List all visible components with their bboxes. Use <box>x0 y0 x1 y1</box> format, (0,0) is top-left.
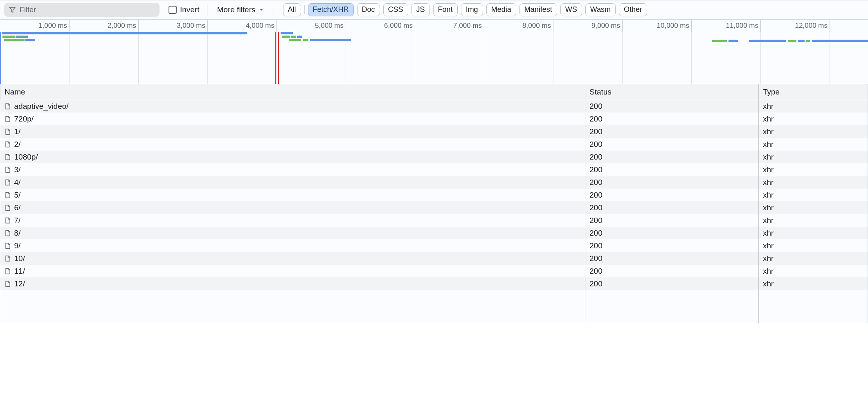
filter-pill-other[interactable]: Other <box>619 3 647 16</box>
timeline-tick-label: 11,000 ms <box>726 22 758 30</box>
request-row[interactable]: 2/200xhr <box>0 138 868 151</box>
request-name: 5/ <box>14 191 21 200</box>
request-status-cell: 200 <box>585 138 759 151</box>
invert-checkbox-wrap[interactable]: Invert <box>169 5 200 14</box>
column-header-status[interactable]: Status <box>585 84 759 100</box>
filter-icon <box>9 7 16 13</box>
request-name: 8/ <box>14 229 21 238</box>
request-type-cell: xhr <box>759 138 868 151</box>
request-name-cell[interactable]: 11/ <box>0 265 585 277</box>
request-row[interactable]: 4/200xhr <box>0 176 868 189</box>
request-row[interactable]: 10/200xhr <box>0 252 868 265</box>
timeline-bar <box>798 40 805 42</box>
request-type-cell: xhr <box>759 100 868 112</box>
filter-pill-wasm[interactable]: Wasm <box>585 3 616 16</box>
timeline-tick: 6,000 ms <box>415 20 415 32</box>
request-name-cell[interactable]: 6/ <box>0 201 585 214</box>
request-row[interactable]: 12/200xhr <box>0 277 868 290</box>
timeline-bar <box>282 36 290 38</box>
request-row[interactable]: 5/200xhr <box>0 189 868 201</box>
request-type-cell: xhr <box>759 176 868 189</box>
filter-pill-manifest[interactable]: Manifest <box>519 3 557 16</box>
request-name-cell[interactable]: 8/ <box>0 227 585 239</box>
request-name-cell[interactable]: 2/ <box>0 138 585 151</box>
request-status-cell: 200 <box>585 176 759 189</box>
timeline-bar <box>729 40 738 42</box>
filter-pill-media[interactable]: Media <box>486 3 516 16</box>
request-name-cell[interactable]: 1/ <box>0 125 585 138</box>
request-row[interactable]: adaptive_video/200xhr <box>0 100 868 112</box>
separator <box>207 4 207 16</box>
filter-pill-ws[interactable]: WS <box>560 3 582 16</box>
selection-start-handle[interactable] <box>0 32 1 84</box>
file-icon <box>4 230 11 236</box>
request-row[interactable]: 720p/200xhr <box>0 112 868 125</box>
timeline-gridline <box>69 32 70 84</box>
timeline-tick-label: 1,000 ms <box>38 22 67 30</box>
request-name-cell[interactable]: adaptive_video/ <box>0 100 585 112</box>
request-name-cell[interactable]: 3/ <box>0 163 585 176</box>
request-name-cell[interactable]: 12/ <box>0 277 585 290</box>
request-name-cell[interactable]: 7/ <box>0 214 585 227</box>
filter-pill-fetchxhr[interactable]: Fetch/XHR <box>308 3 354 16</box>
empty-row <box>0 290 868 323</box>
filter-box[interactable] <box>4 3 160 17</box>
filter-pill-doc[interactable]: Doc <box>357 3 380 16</box>
more-filters-dropdown[interactable]: More filters <box>215 4 266 16</box>
timeline-body[interactable] <box>0 32 868 84</box>
file-icon <box>4 103 11 110</box>
request-name-cell[interactable]: 1080p/ <box>0 151 585 163</box>
filter-pill-css[interactable]: CSS <box>383 3 408 16</box>
request-row[interactable]: 7/200xhr <box>0 214 868 227</box>
filter-pill-js[interactable]: JS <box>412 3 430 16</box>
timeline-tick: 12,000 ms <box>830 20 830 32</box>
request-type-cell: xhr <box>759 125 868 138</box>
timeline-bar <box>310 39 351 41</box>
request-row[interactable]: 9/200xhr <box>0 239 868 252</box>
request-row[interactable]: 1080p/200xhr <box>0 151 868 163</box>
timeline-overview[interactable]: 1,000 ms2,000 ms3,000 ms4,000 ms5,000 ms… <box>0 20 868 84</box>
request-name: 1080p/ <box>14 153 38 162</box>
request-row[interactable]: 6/200xhr <box>0 201 868 214</box>
timeline-bar <box>25 39 35 41</box>
file-icon <box>4 192 11 198</box>
request-type-cell: xhr <box>759 265 868 277</box>
request-status-cell: 200 <box>585 151 759 163</box>
request-name-cell[interactable]: 5/ <box>0 189 585 201</box>
column-header-name[interactable]: Name <box>0 84 585 100</box>
request-row[interactable]: 1/200xhr <box>0 125 868 138</box>
request-name-cell[interactable]: 9/ <box>0 239 585 252</box>
timeline-gridline <box>622 32 623 84</box>
file-icon <box>4 179 11 186</box>
load-event-marker <box>278 32 279 84</box>
request-name: adaptive_video/ <box>14 102 69 111</box>
request-name-cell[interactable]: 720p/ <box>0 112 585 125</box>
filter-pill-all[interactable]: All <box>283 3 301 16</box>
timeline-bar <box>16 36 28 38</box>
timeline-gridline <box>207 32 208 84</box>
invert-checkbox[interactable] <box>169 6 177 14</box>
request-status-cell: 200 <box>585 125 759 138</box>
request-name-cell[interactable]: 4/ <box>0 176 585 189</box>
request-row[interactable]: 3/200xhr <box>0 163 868 176</box>
request-row[interactable]: 11/200xhr <box>0 265 868 277</box>
timeline-tick: 4,000 ms <box>277 20 277 32</box>
file-icon <box>4 166 11 173</box>
request-name: 12/ <box>14 279 25 288</box>
file-icon <box>4 141 11 148</box>
request-name: 6/ <box>14 203 21 212</box>
request-row[interactable]: 8/200xhr <box>0 227 868 239</box>
timeline-tick-label: 7,000 ms <box>453 22 482 30</box>
request-name-cell[interactable]: 10/ <box>0 252 585 265</box>
timeline-tick-label: 6,000 ms <box>384 22 413 30</box>
request-status-cell: 200 <box>585 112 759 125</box>
file-icon <box>4 205 11 211</box>
column-header-type[interactable]: Type <box>759 84 868 100</box>
filter-pill-font[interactable]: Font <box>433 3 458 16</box>
filter-input[interactable] <box>20 6 155 14</box>
filter-pill-img[interactable]: Img <box>461 3 483 16</box>
request-status-cell: 200 <box>585 214 759 227</box>
request-status-cell: 200 <box>585 277 759 290</box>
request-name: 7/ <box>14 216 21 225</box>
timeline-tick-label: 9,000 ms <box>591 22 620 30</box>
